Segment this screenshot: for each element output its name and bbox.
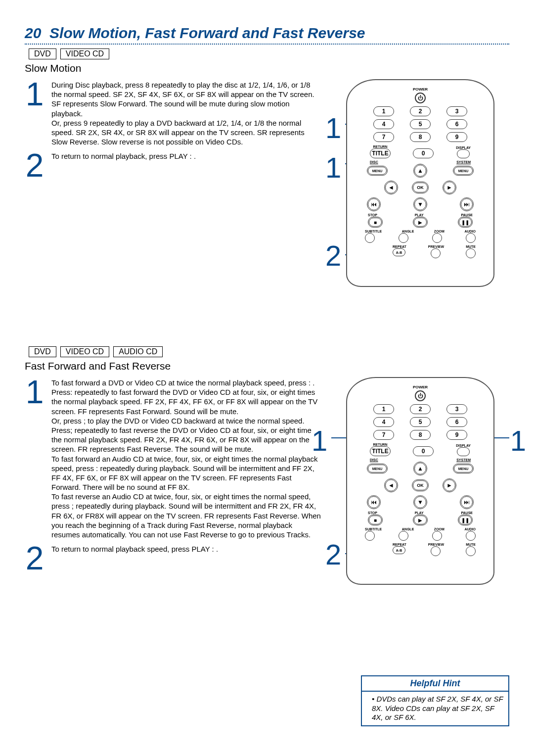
callout-1-left: 1 [312,426,327,455]
ab-repeat-button[interactable]: A-B [393,248,405,256]
num-7[interactable]: 7 [373,430,394,440]
mute-label: MUTE [466,543,476,546]
ok-button[interactable]: OK [412,182,429,193]
zoom-button[interactable] [432,531,442,541]
step-text: To fast forward a DVD or Video CD at twi… [51,377,321,539]
angle-label: ANGLE [402,230,414,233]
display-button[interactable] [457,447,470,456]
display-label: DISPLAY [456,146,471,149]
num-5[interactable]: 5 [410,119,431,129]
mute-button[interactable] [466,546,476,556]
display-label: DISPLAY [456,444,471,447]
subtitle-label: SUBTITLE [365,527,382,531]
num-8[interactable]: 8 [410,132,431,142]
step-number: 1 [25,81,44,107]
pause-label: PAUSE [461,511,473,515]
num-9[interactable]: 9 [446,132,467,142]
left-arrow-button[interactable]: ◄ [384,181,398,194]
num-6[interactable]: 6 [446,417,467,427]
num-3[interactable]: 3 [446,404,467,414]
preview-button[interactable] [431,248,441,258]
next-track-button[interactable]: ⏭ [460,495,474,509]
num-4[interactable]: 4 [373,417,394,427]
power-label: POWER [357,87,484,92]
title-button[interactable]: TITLE [370,148,391,158]
num-8[interactable]: 8 [410,430,431,440]
subtitle-button[interactable] [365,531,375,541]
fast-step-2: 2 To return to normal playback speed, pr… [25,543,321,571]
return-label: RETURN [370,145,391,148]
angle-button[interactable] [399,233,408,243]
power-button[interactable]: ⏻ [415,390,426,401]
audio-button[interactable] [466,531,476,541]
step-text: To return to normal playback, press PLAY… [51,150,196,161]
disc-menu-button[interactable]: MENU [367,166,388,176]
num-0[interactable]: 0 [413,148,434,158]
num-9[interactable]: 9 [446,430,467,440]
system-label: SYSTEM [456,458,471,462]
fast-step-1: 1 To fast forward a DVD or Video CD at t… [25,377,321,539]
helpful-hint-box: Helpful Hint DVDs can play at SF 2X, SF … [361,675,509,726]
num-2[interactable]: 2 [410,404,431,414]
stop-button[interactable]: ■ [368,217,383,228]
play-label: PLAY [415,213,424,217]
repeat-label: REPEAT [393,245,406,248]
num-1[interactable]: 1 [373,106,394,116]
angle-button[interactable] [399,531,408,541]
up-arrow-button[interactable]: ▲ [413,164,427,178]
num-4[interactable]: 4 [373,119,394,129]
left-arrow-button[interactable]: ◄ [384,478,398,492]
callout-2: 2 [325,241,341,270]
badge-dvd: DVD [29,346,56,357]
hint-body: DVDs can play at SF 2X, SF 4X, or SF 8X.… [362,692,508,725]
prev-track-button[interactable]: ⏮ [367,495,381,509]
audio-button[interactable] [466,233,476,243]
ab-repeat-button[interactable]: A-B [393,546,405,554]
ok-button[interactable]: OK [412,479,429,491]
right-arrow-button[interactable]: ► [443,181,456,194]
play-button[interactable]: ▶ [413,515,428,525]
pause-button[interactable]: ❚❚ [458,217,473,228]
power-button[interactable]: ⏻ [415,93,426,103]
slow-step-2: 2 To return to normal playback, press PL… [25,150,321,179]
pause-button[interactable]: ❚❚ [458,515,473,525]
right-arrow-button[interactable]: ► [443,478,456,492]
play-button[interactable]: ▶ [413,217,428,228]
step-number: 2 [25,545,44,571]
subtitle-button[interactable] [365,233,375,243]
audio-label: AUDIO [464,527,476,531]
num-5[interactable]: 5 [410,417,431,427]
zoom-button[interactable] [432,233,442,243]
page-number: 20 [25,25,41,41]
down-arrow-button[interactable]: ▼ [413,495,427,509]
callout-1b: 1 [325,153,341,182]
zoom-label: ZOOM [434,230,445,233]
num-2[interactable]: 2 [410,106,431,116]
title-button[interactable]: TITLE [370,446,391,456]
down-arrow-button[interactable]: ▼ [413,197,427,211]
hint-item: DVDs can play at SF 2X, SF 4X, or SF 8X.… [372,695,503,722]
slow-motion-heading: Slow Motion [25,62,509,74]
disc-menu-button[interactable]: MENU [367,464,388,473]
num-6[interactable]: 6 [446,119,467,129]
stop-label: STOP [368,511,377,515]
play-label: PLAY [415,511,424,515]
disc-label: DISC [370,160,378,164]
prev-track-button[interactable]: ⏮ [367,197,381,211]
num-1[interactable]: 1 [373,404,394,414]
num-3[interactable]: 3 [446,106,467,116]
num-0[interactable]: 0 [413,446,434,456]
display-button[interactable] [457,149,470,158]
num-7[interactable]: 7 [373,132,394,142]
system-menu-button[interactable]: MENU [453,166,474,176]
up-arrow-button[interactable]: ▲ [413,462,427,475]
callout-1: 1 [325,114,341,142]
mute-button[interactable] [466,248,476,258]
preview-button[interactable] [431,546,441,556]
next-track-button[interactable]: ⏭ [460,197,474,211]
system-menu-button[interactable]: MENU [453,464,474,473]
step-number: 2 [25,152,44,179]
callout-2: 2 [325,540,341,569]
preview-label: PREVIEW [428,245,444,248]
stop-button[interactable]: ■ [368,515,383,525]
